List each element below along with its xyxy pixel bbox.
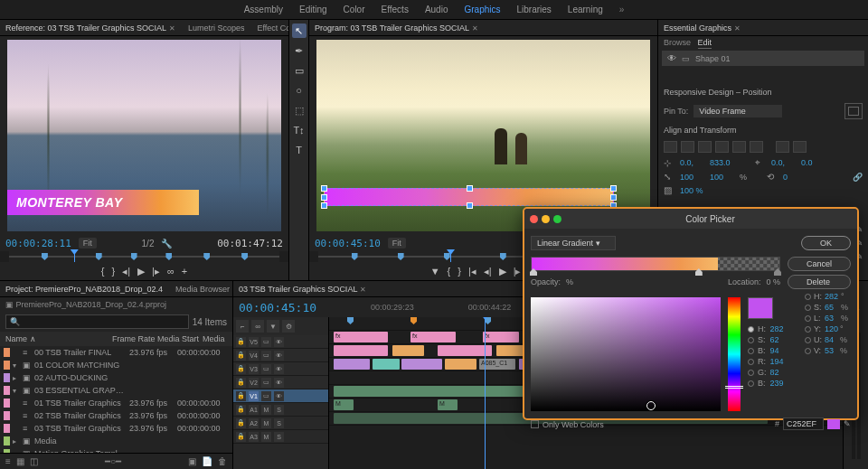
eg-tab[interactable]: Essential Graphics✕ (664, 23, 741, 33)
close-icon[interactable]: ✕ (734, 24, 741, 33)
gradient-stop[interactable] (530, 268, 537, 276)
radio-s[interactable] (748, 337, 754, 343)
program-frame[interactable] (316, 40, 650, 231)
radio-v[interactable] (805, 348, 811, 354)
nav-overflow-icon[interactable]: » (619, 5, 625, 14)
mark-out-icon[interactable]: } (112, 266, 116, 277)
prog-fit[interactable]: Fit (388, 238, 406, 249)
crop-tool-icon[interactable]: ⬚ (292, 103, 307, 117)
eyedropper-icon[interactable]: ✎ (844, 419, 851, 428)
wrench-icon[interactable]: 🔧 (161, 239, 172, 249)
proj-tab[interactable]: Project: PremierePro_NAB2018_Drop_02.4 (5, 285, 163, 294)
pos-y[interactable]: 833.0 (710, 158, 735, 167)
clip[interactable]: fx (410, 332, 456, 342)
close-icon[interactable]: ✕ (472, 24, 478, 33)
ref-scrubber[interactable] (9, 251, 279, 262)
pos-x[interactable]: 0.0, (680, 158, 705, 167)
selected-shape[interactable] (324, 188, 614, 206)
off-x[interactable]: 0.0, (771, 158, 797, 167)
dist-h-icon[interactable] (776, 141, 789, 153)
align-vcenter-icon[interactable] (732, 141, 746, 153)
reference-frame[interactable]: MONTEREY BAY (7, 40, 281, 231)
play-icon[interactable]: ▶ (137, 266, 145, 277)
resize-handle[interactable] (321, 202, 327, 209)
val-bv[interactable]: 239 (770, 379, 836, 388)
hex-input[interactable] (783, 417, 824, 430)
nav-assembly[interactable]: Assembly (244, 5, 283, 14)
gradient-bar[interactable] (531, 257, 780, 271)
val-r[interactable]: 194 (770, 357, 836, 366)
project-item[interactable]: ▾▣03 ESSENTIAL GRAPHICS (0, 384, 232, 397)
video-track-header[interactable]: 🔒V2▭👁 (233, 376, 328, 389)
ref-half[interactable]: 1/2 (142, 239, 155, 249)
resize-handle[interactable] (610, 194, 617, 201)
marker-icon[interactable]: ▼ (267, 320, 279, 333)
ellipse-tool-icon[interactable]: ○ (292, 83, 307, 98)
audio-track-header[interactable]: 🔒A2MS (233, 417, 328, 430)
ref-tab-active[interactable]: Reference: 03 TSB Trailer Graphics SOCIA… (5, 23, 175, 33)
radio-hh[interactable] (805, 294, 811, 300)
ref-timecode[interactable]: 00:00:28:11 (5, 238, 71, 249)
mark-in-icon[interactable]: { (101, 266, 105, 277)
radio-ss[interactable] (805, 305, 811, 311)
add-btn-icon[interactable]: + (182, 266, 187, 277)
project-item[interactable]: ▾▣01 COLOR MATCHING (0, 359, 232, 371)
close-icon[interactable]: ✕ (360, 286, 366, 294)
prog-timecode[interactable]: 00:00:45:10 (315, 238, 381, 249)
gang-icon[interactable]: ∞ (167, 266, 175, 277)
color-cursor[interactable] (646, 401, 656, 410)
rotation[interactable]: 0 (783, 173, 808, 182)
ref-tab-lumetri[interactable]: Lumetri Scopes (188, 23, 245, 33)
icon-view-icon[interactable]: ▦ (16, 456, 24, 466)
web-colors-checkbox[interactable] (531, 420, 539, 428)
align-left-icon[interactable] (664, 141, 677, 153)
play-icon[interactable]: ▶ (499, 266, 506, 277)
zoom-slider[interactable]: ━○━ (105, 456, 121, 466)
scale-w[interactable]: 100 (680, 173, 705, 182)
add-marker-icon[interactable]: ▼ (430, 266, 440, 277)
radio-ll[interactable] (805, 315, 811, 322)
trash-icon[interactable]: 🗑 (218, 456, 227, 466)
settings-icon[interactable]: ⚙ (282, 320, 295, 333)
clip[interactable]: fx (334, 332, 388, 342)
nav-editing[interactable]: Editing (299, 5, 327, 14)
project-item[interactable]: ≡03 TSB Trailer Graphics23.976 fps00:00:… (0, 422, 232, 435)
layer-item[interactable]: 👁 ▭ Shape 01 (662, 51, 864, 66)
nav-effects[interactable]: Effects (382, 5, 409, 14)
nav-graphics[interactable]: Graphics (464, 5, 500, 14)
nav-learning[interactable]: Learning (568, 5, 603, 14)
col-mediastart[interactable]: Media Start (157, 334, 203, 343)
align-hcenter-icon[interactable] (681, 141, 694, 153)
proj-tab-mb[interactable]: Media Browser (175, 285, 230, 294)
resize-handle[interactable] (467, 185, 473, 192)
audio-clip[interactable]: M (334, 399, 354, 410)
eye-icon[interactable]: 👁 (667, 53, 676, 63)
align-top-icon[interactable] (715, 141, 729, 153)
go-in-icon[interactable]: |◂ (468, 266, 476, 277)
video-track-header[interactable]: 🔒V3▭👁 (233, 362, 328, 376)
color-field[interactable] (531, 297, 721, 411)
radio-g[interactable] (748, 370, 754, 376)
pen-tool-icon[interactable]: ✒ (292, 43, 307, 58)
ref-fit[interactable]: Fit (79, 238, 97, 249)
location-value[interactable]: 0 % (766, 277, 780, 286)
clip[interactable] (373, 359, 400, 370)
close-window-icon[interactable] (530, 215, 538, 223)
opacity-val[interactable]: 100 % (680, 186, 705, 195)
mark-in-icon[interactable]: { (448, 266, 451, 277)
video-track-header[interactable]: 🔒V5▭👁 (233, 335, 328, 349)
resize-handle[interactable] (467, 202, 473, 209)
dist-v-icon[interactable] (793, 141, 807, 153)
project-item[interactable]: ≡01 TSB Trailer Graphics23.976 fps00:00:… (0, 397, 232, 409)
gradient-stop[interactable] (695, 268, 703, 276)
scale-h[interactable]: 100 (710, 173, 735, 182)
tl-timecode[interactable]: 00:00:45:10 (239, 301, 316, 314)
mark-out-icon[interactable]: } (458, 266, 461, 277)
close-icon[interactable]: ✕ (169, 24, 175, 33)
step-fwd-icon[interactable]: |▸ (514, 266, 522, 277)
vtext-tool-icon[interactable]: T↕ (292, 123, 307, 137)
snap-icon[interactable]: ⌐ (236, 320, 249, 333)
clip[interactable] (401, 359, 442, 370)
tl-playhead[interactable] (485, 317, 486, 469)
delete-button[interactable]: Delete (788, 275, 851, 289)
